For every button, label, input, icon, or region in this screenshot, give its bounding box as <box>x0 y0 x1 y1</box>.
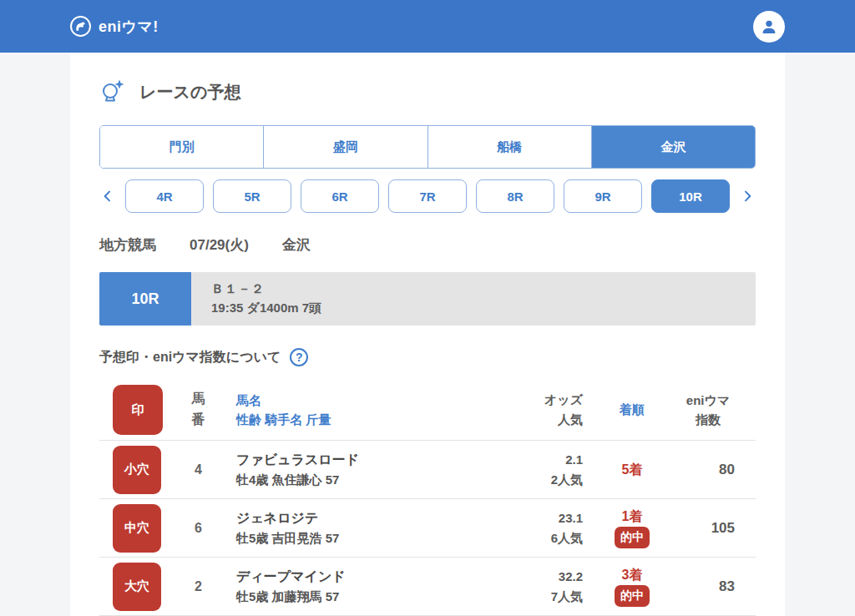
about-row: 予想印・eniウマ指数について ? <box>99 348 756 366</box>
meta-venue: 金沢 <box>282 235 311 255</box>
popularity-value: 2人気 <box>466 470 583 490</box>
about-label: 予想印・eniウマ指数について <box>99 349 281 366</box>
venue-tab-kanazawa[interactable]: 金沢 <box>591 126 755 168</box>
horse-name: ジェネロジテ <box>236 507 466 529</box>
horse-name: ディープマインド <box>236 566 466 588</box>
hit-badge: 的中 <box>615 527 650 548</box>
table-row: 小穴 4 ファビュラスロード 牡4歳 魚住謙心 57 2.1 2人気 5着 80 <box>99 441 756 499</box>
venue-tab-funabashi[interactable]: 船橋 <box>428 126 591 168</box>
venue-tab-morioka[interactable]: 盛岡 <box>263 126 427 168</box>
hit-badge: 的中 <box>615 585 650 607</box>
horse-number: 6 <box>175 521 221 536</box>
logo-text: eniウマ! <box>99 17 159 37</box>
chevron-right-icon[interactable] <box>739 189 756 203</box>
section-title: レースの予想 <box>99 53 756 107</box>
eniuma-index: 80 <box>681 462 756 478</box>
app-logo[interactable]: eniウマ! <box>70 16 159 37</box>
header-finish: 着順 <box>583 400 681 419</box>
race-button-4r[interactable]: 4R <box>125 179 204 213</box>
race-class: Ｂ１－２ <box>211 281 756 297</box>
finish-position: 5着 <box>583 461 681 479</box>
eniuma-index: 83 <box>681 578 756 595</box>
horse-number: 4 <box>175 462 221 477</box>
header-index: eniウマ 指数 <box>681 391 756 430</box>
race-banner: 10R Ｂ１－２ 19:35 ダ1400m 7頭 <box>99 272 756 326</box>
race-button-6r[interactable]: 6R <box>301 179 379 213</box>
horse-number: 2 <box>175 579 221 594</box>
header-name: 馬名 性齢 騎手名 斤量 <box>221 391 466 430</box>
header-number: 馬 番 <box>175 389 221 431</box>
odds-value: 2.1 <box>466 450 583 470</box>
race-number-badge: 10R <box>99 272 191 326</box>
header-mark: 印 <box>99 385 175 435</box>
horse-profile: 牡4歳 魚住謙心 57 <box>236 471 466 490</box>
odds-value: 23.1 <box>466 508 583 528</box>
app-header-inner: eniウマ! <box>70 0 785 53</box>
mark-badge: 大穴 <box>113 563 161 611</box>
race-button-5r[interactable]: 5R <box>213 179 291 213</box>
horse-logo-icon <box>70 16 91 37</box>
venue-tab-monbetsu[interactable]: 門別 <box>100 126 263 168</box>
race-button-10r[interactable]: 10R <box>651 179 730 213</box>
meta-date: 07/29(火) <box>190 235 249 255</box>
page-title: レースの予想 <box>139 81 240 104</box>
horse-profile: 牡5歳 吉田晃浩 57 <box>236 529 466 548</box>
mark-header-badge: 印 <box>113 385 163 435</box>
app-header: eniウマ! <box>0 0 855 53</box>
prediction-table: 印 馬 番 馬名 性齢 騎手名 斤量 オッズ 人気 着順 eniウマ 指数 小穴 <box>99 380 756 616</box>
mark-badge: 中穴 <box>113 504 161 553</box>
popularity-value: 7人気 <box>466 587 583 607</box>
table-row: 中穴 6 ジェネロジテ 牡5歳 吉田晃浩 57 23.1 6人気 1着 的中 1… <box>99 499 756 558</box>
account-button[interactable] <box>753 11 785 43</box>
popularity-value: 6人気 <box>466 528 583 548</box>
race-nav: 4R 5R 6R 7R 8R 9R 10R <box>99 178 756 215</box>
table-row: 大穴 2 ディープマインド 牡5歳 加藤翔馬 57 32.2 7人気 3着 的中… <box>99 558 756 616</box>
main-card: レースの予想 門別 盛岡 船橋 金沢 4R 5R 6R 7R 8R 9R 10R… <box>70 53 785 616</box>
horse-name: ファビュラスロード <box>236 449 466 471</box>
table-header-row: 印 馬 番 馬名 性齢 騎手名 斤量 オッズ 人気 着順 eniウマ 指数 <box>99 380 756 441</box>
mark-badge: 小穴 <box>113 446 161 494</box>
race-meta: 地方競馬 07/29(火) 金沢 <box>99 235 756 255</box>
eniuma-index: 105 <box>681 520 756 537</box>
help-icon[interactable]: ? <box>290 348 308 366</box>
header-odds: オッズ 人気 <box>466 390 583 430</box>
race-button-8r[interactable]: 8R <box>476 179 554 213</box>
finish-position: 3着 <box>583 566 681 584</box>
person-icon <box>760 18 778 36</box>
race-button-7r[interactable]: 7R <box>388 179 467 213</box>
crystal-ball-icon <box>99 77 126 107</box>
odds-value: 32.2 <box>466 567 583 587</box>
venue-tabs: 門別 盛岡 船橋 金沢 <box>99 125 756 169</box>
meta-category: 地方競馬 <box>99 235 156 255</box>
race-button-9r[interactable]: 9R <box>564 179 642 213</box>
finish-position: 1着 <box>583 507 681 526</box>
chevron-left-icon[interactable] <box>99 189 116 203</box>
race-details: 19:35 ダ1400m 7頭 <box>211 300 756 316</box>
race-banner-info: Ｂ１－２ 19:35 ダ1400m 7頭 <box>191 272 756 326</box>
horse-profile: 牡5歳 加藤翔馬 57 <box>236 588 466 607</box>
